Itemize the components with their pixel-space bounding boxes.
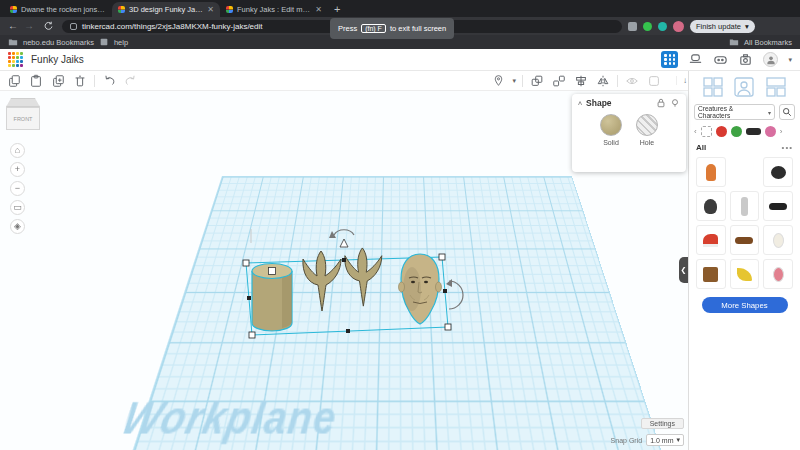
- whatsapp-extension-icon[interactable]: [643, 22, 652, 31]
- edge-handle-right[interactable]: [443, 289, 447, 293]
- collections-tile-icon[interactable]: [733, 76, 755, 98]
- notes-button[interactable]: [646, 73, 662, 89]
- chevron-down-icon[interactable]: ▾: [788, 56, 792, 64]
- shape-item-santa-hat[interactable]: [696, 225, 726, 255]
- chevron-down-icon[interactable]: ▾: [512, 77, 516, 85]
- forward-icon[interactable]: →: [24, 21, 34, 31]
- bulb-icon[interactable]: [670, 98, 680, 108]
- paste-button[interactable]: [28, 73, 44, 89]
- account-avatar[interactable]: [763, 52, 778, 67]
- grid-settings-button[interactable]: Settings: [641, 418, 684, 429]
- hide-button[interactable]: [624, 73, 640, 89]
- shape-item-banana[interactable]: [730, 259, 760, 289]
- solid-swatch[interactable]: Solid: [600, 114, 622, 146]
- design-title[interactable]: Funky Jaiks: [31, 54, 84, 65]
- tab-favicon: [10, 6, 17, 13]
- site-info-icon[interactable]: [70, 23, 77, 30]
- finish-update-button[interactable]: Finish update ▾: [690, 20, 755, 33]
- cylinder-top-handle[interactable]: [269, 268, 276, 275]
- perspective-toggle-button[interactable]: ◈: [10, 219, 25, 234]
- shape-item-block-head[interactable]: [696, 259, 726, 289]
- shape-item-mustache[interactable]: [730, 225, 760, 255]
- hole-swatch[interactable]: Hole: [636, 114, 658, 146]
- featured-tile-icon[interactable]: [765, 76, 787, 98]
- panel-collapse-handle[interactable]: ❮: [679, 257, 688, 283]
- section-menu-icon[interactable]: •••: [782, 143, 793, 152]
- scale-handle-tl[interactable]: [243, 260, 249, 266]
- redo-button[interactable]: [123, 73, 139, 89]
- snap-grid-select[interactable]: 1.0 mm ▾: [646, 434, 684, 446]
- head-shape[interactable]: [399, 254, 442, 324]
- chip-frog[interactable]: [731, 126, 742, 137]
- cylinder-shape[interactable]: [252, 264, 292, 332]
- import-icon: ↓: [683, 76, 687, 85]
- refresh-icon[interactable]: [40, 18, 56, 34]
- search-button[interactable]: [779, 104, 795, 120]
- mirror-button[interactable]: [595, 73, 611, 89]
- browser-tab-1[interactable]: Dwane the rocken jonson bu: [4, 2, 112, 17]
- zoom-out-button[interactable]: −: [10, 181, 25, 196]
- tinkercad-header: Funky Jaiks ▾: [0, 49, 800, 71]
- new-tab-button[interactable]: +: [334, 3, 340, 17]
- scale-handle-bl[interactable]: [249, 332, 255, 338]
- view-cube[interactable]: FRONT: [6, 98, 40, 130]
- extension-icon-2[interactable]: [658, 22, 667, 31]
- chip-bow[interactable]: [765, 126, 776, 137]
- delete-button[interactable]: [72, 73, 88, 89]
- shape-item-skull[interactable]: [696, 191, 726, 221]
- scale-handle-br[interactable]: [445, 324, 451, 330]
- zoom-in-button[interactable]: +: [10, 162, 25, 177]
- claw-shape-2[interactable]: [345, 248, 382, 306]
- browser-tab-3[interactable]: Funky Jaks : Edit model | Pri ✕: [220, 2, 328, 17]
- sim-lab-icon[interactable]: [713, 52, 728, 67]
- tab-close-icon[interactable]: ✕: [207, 5, 214, 14]
- shapes-panel-toggle-icon[interactable]: [661, 51, 678, 68]
- edge-handle-bottom[interactable]: [346, 329, 350, 333]
- copy-button[interactable]: [6, 73, 22, 89]
- back-icon[interactable]: ←: [8, 21, 18, 31]
- shape-item-ice-cream[interactable]: [763, 259, 793, 289]
- group-button[interactable]: [529, 73, 545, 89]
- align-button[interactable]: [573, 73, 589, 89]
- shape-item-person[interactable]: [696, 157, 726, 187]
- chips-scroll-right-icon[interactable]: ›: [780, 127, 783, 136]
- lift-handle-cone[interactable]: [340, 239, 348, 247]
- shape-item-egg[interactable]: [763, 225, 793, 255]
- edge-handle-top[interactable]: [342, 258, 346, 262]
- more-shapes-button[interactable]: More Shapes: [702, 297, 788, 313]
- shape-item-skeleton[interactable]: [730, 191, 760, 221]
- category-dropdown[interactable]: Creatures & Characters ▾: [694, 104, 775, 120]
- view-cube-front[interactable]: FRONT: [6, 107, 40, 130]
- tab-label: Dwane the rocken jonson bu: [21, 5, 106, 14]
- rotate-handle-top[interactable]: [334, 230, 354, 235]
- browser-tab-2[interactable]: 3D design Funky Jaks - Tin ✕: [112, 2, 220, 17]
- workplane-pin-icon[interactable]: [490, 73, 506, 89]
- view-cube-top[interactable]: [6, 98, 40, 107]
- tab-close-icon[interactable]: ✕: [315, 5, 322, 14]
- bookmark-folder[interactable]: nebo.edu Bookmarks: [23, 38, 94, 47]
- chips-scroll-left-icon[interactable]: ‹: [694, 127, 697, 136]
- chip-glasses[interactable]: [746, 128, 761, 135]
- chip-select-tool[interactable]: [701, 126, 712, 137]
- shape-item-sunglasses[interactable]: [763, 191, 793, 221]
- tinkercad-logo[interactable]: [8, 52, 23, 67]
- browser-profile-avatar[interactable]: [673, 21, 684, 32]
- ungroup-button[interactable]: [551, 73, 567, 89]
- basic-shapes-tile-icon[interactable]: [702, 76, 724, 98]
- all-bookmarks[interactable]: All Bookmarks: [744, 38, 792, 47]
- shape-item-afro[interactable]: [763, 157, 793, 187]
- chip-bug[interactable]: [716, 126, 727, 137]
- extension-icon[interactable]: [628, 22, 637, 31]
- skull-icon: [704, 199, 717, 214]
- edge-handle-left[interactable]: [247, 296, 251, 300]
- fit-view-button[interactable]: ▭: [10, 200, 25, 215]
- undo-button[interactable]: [101, 73, 117, 89]
- collapse-chevron-icon[interactable]: ˄: [578, 100, 582, 107]
- tinker-hat-icon[interactable]: [688, 52, 703, 67]
- duplicate-button[interactable]: [50, 73, 66, 89]
- scale-handle-tr[interactable]: [439, 254, 445, 260]
- home-view-button[interactable]: ⌂: [10, 143, 25, 158]
- blocks-icon[interactable]: [738, 52, 753, 67]
- bookmark-help[interactable]: help: [114, 38, 128, 47]
- lock-icon[interactable]: [656, 98, 666, 108]
